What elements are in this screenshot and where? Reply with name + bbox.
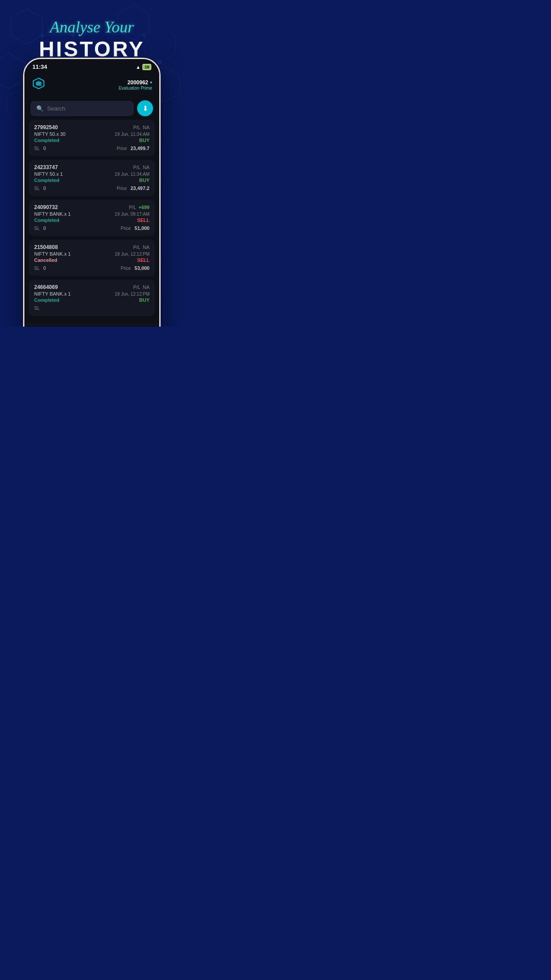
- trade-status: Completed: [34, 217, 59, 223]
- search-container: 🔍 ⬇: [24, 97, 159, 120]
- instrument: NIFTY 50.x 1: [34, 171, 63, 177]
- trade-status: Completed: [34, 178, 59, 183]
- pl-value: NA: [142, 285, 150, 290]
- price-value: 53,000: [134, 265, 150, 271]
- sl-value: 0: [43, 266, 46, 271]
- sl-label: SL: [34, 266, 39, 271]
- pl-label: P/L: [133, 125, 141, 130]
- trade-date: 18 Jun, 12:12:PM: [115, 252, 150, 257]
- phone-mockup: 11:34 ▲ 19 VC 2000962 ▾ Evalua: [23, 58, 161, 327]
- sl-label: SL: [34, 186, 39, 191]
- search-icon: 🔍: [36, 105, 43, 112]
- pl-label: P/L: [133, 165, 141, 170]
- trade-status-row: Completed SELL: [34, 217, 150, 223]
- price-label: Price: [121, 266, 131, 271]
- trade-list: 27992540 P/L NA NIFTY 50.x 30 19 Jun, 11…: [24, 120, 159, 324]
- trade-action: BUY: [139, 178, 150, 183]
- pl-info: P/L +699: [129, 205, 150, 210]
- trade-date: 19 Jun, 11:34:AM: [115, 132, 150, 137]
- sl-row: SL 0 Price 23,499.7: [34, 144, 150, 152]
- dropdown-arrow-icon: ▾: [150, 80, 152, 85]
- trade-status: Completed: [34, 138, 59, 143]
- trade-mid-row: NIFTY BANK.x 1 18 Jun, 12:12:PM: [34, 291, 150, 296]
- price-value: 23,499.7: [130, 146, 150, 151]
- status-bar: 11:34 ▲ 19: [24, 59, 159, 73]
- sl-value: 0: [43, 226, 46, 231]
- trade-date: 19 Jun, 09:17:AM: [115, 212, 150, 217]
- svg-text:VC: VC: [35, 81, 42, 87]
- instrument: NIFTY 50.x 30: [34, 131, 66, 137]
- trade-id: 24233747: [34, 164, 58, 170]
- instrument: NIFTY BANK.x 1: [34, 291, 71, 296]
- sl-label: SL: [34, 146, 39, 151]
- sl-row: SL 0 Price 23,497.2: [34, 184, 150, 192]
- hero-script-text: Analyse Your: [9, 18, 175, 37]
- trade-date: 18 Jun, 12:12:PM: [115, 292, 150, 296]
- bottom-nav: ⌂ Home ⬛ Trade ▦ Orders ◷ History ◉ Prof…: [24, 324, 159, 327]
- search-input-wrap[interactable]: 🔍: [31, 101, 134, 116]
- trade-action: BUY: [139, 297, 150, 303]
- sl-value: 0: [43, 146, 46, 151]
- pl-value: NA: [142, 245, 150, 250]
- trade-mid-row: NIFTY 50.x 30 19 Jun, 11:34:AM: [34, 131, 150, 137]
- account-type: Evaluation Prime: [118, 86, 152, 91]
- price-value: 23,497.2: [130, 186, 150, 191]
- sl-row: SL 0 Price 53,000: [34, 264, 150, 272]
- trade-mid-row: NIFTY 50.x 1 19 Jun, 11:34:AM: [34, 171, 150, 177]
- pl-label: P/L: [133, 285, 141, 290]
- trade-status: Cancelled: [34, 257, 57, 263]
- trade-mid-row: NIFTY BANK.x 1 19 Jun, 09:17:AM: [34, 211, 150, 217]
- trade-card[interactable]: 21504808 P/L NA NIFTY BANK.x 1 18 Jun, 1…: [29, 240, 155, 276]
- trade-id: 27992540: [34, 124, 58, 130]
- pl-label: P/L: [129, 205, 137, 210]
- trade-id: 24664069: [34, 284, 58, 290]
- battery-indicator: 19: [142, 64, 151, 70]
- trade-top-row: 27992540 P/L NA: [34, 124, 150, 130]
- status-icons: ▲ 19: [136, 64, 151, 70]
- pl-value: +699: [137, 205, 150, 210]
- trade-action: SELL: [137, 217, 150, 223]
- pl-info: P/L NA: [133, 245, 150, 250]
- trade-action: SELL: [137, 257, 150, 263]
- trade-date: 19 Jun, 11:34:AM: [115, 172, 150, 177]
- trade-status: Completed: [34, 297, 59, 303]
- trade-top-row: 24090732 P/L +699: [34, 204, 150, 210]
- pl-value: NA: [142, 125, 150, 130]
- phone-frame: 11:34 ▲ 19 VC 2000962 ▾ Evalua: [23, 58, 161, 327]
- trade-top-row: 21504808 P/L NA: [34, 244, 150, 250]
- download-icon: ⬇: [142, 104, 148, 113]
- trade-card[interactable]: 24090732 P/L +699 NIFTY BANK.x 1 19 Jun,…: [29, 200, 155, 236]
- pl-info: P/L NA: [133, 285, 150, 290]
- search-input[interactable]: [47, 105, 128, 112]
- app-header: VC 2000962 ▾ Evaluation Prime: [24, 73, 159, 97]
- trade-action: BUY: [139, 138, 150, 143]
- app-logo: VC: [31, 77, 46, 92]
- trade-mid-row: NIFTY BANK.x 1 18 Jun, 12:12:PM: [34, 251, 150, 257]
- notch: [87, 66, 96, 68]
- status-time: 11:34: [32, 63, 47, 70]
- sl-row: SL: [34, 304, 150, 312]
- sl-value: 0: [43, 186, 46, 191]
- pl-label: P/L: [133, 245, 141, 250]
- trade-card[interactable]: 27992540 P/L NA NIFTY 50.x 30 19 Jun, 11…: [29, 120, 155, 156]
- sl-row: SL 0 Price 51,000: [34, 224, 150, 232]
- pl-info: P/L NA: [133, 125, 150, 130]
- pl-value: NA: [142, 165, 150, 170]
- sl-label: SL: [34, 306, 39, 311]
- price-label: Price: [117, 186, 127, 191]
- trade-card[interactable]: 24233747 P/L NA NIFTY 50.x 1 19 Jun, 11:…: [29, 160, 155, 196]
- trade-id: 24090732: [34, 204, 58, 210]
- trade-status-row: Completed BUY: [34, 138, 150, 143]
- price-label: Price: [117, 146, 127, 151]
- trade-card[interactable]: 24664069 P/L NA NIFTY BANK.x 1 18 Jun, 1…: [29, 280, 155, 316]
- account-id: 2000962: [127, 79, 148, 86]
- account-info[interactable]: 2000962 ▾ Evaluation Prime: [118, 79, 152, 91]
- trade-status-row: Cancelled SELL: [34, 257, 150, 263]
- trade-status-row: Completed BUY: [34, 297, 150, 303]
- trade-top-row: 24664069 P/L NA: [34, 284, 150, 290]
- trade-top-row: 24233747 P/L NA: [34, 164, 150, 170]
- sl-label: SL: [34, 226, 39, 231]
- download-button[interactable]: ⬇: [137, 100, 153, 116]
- trade-status-row: Completed BUY: [34, 178, 150, 183]
- pl-info: P/L NA: [133, 165, 150, 170]
